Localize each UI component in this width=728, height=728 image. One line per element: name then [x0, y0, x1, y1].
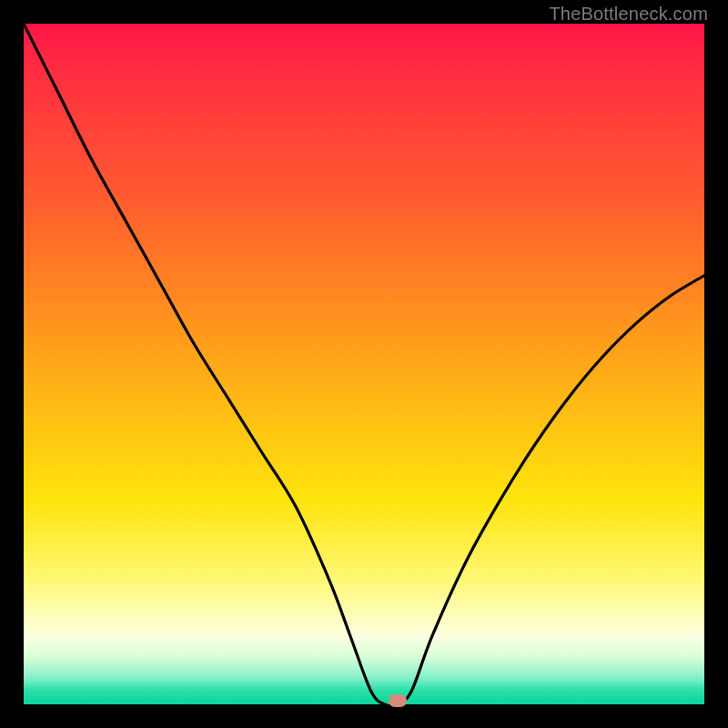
- curve-svg: [24, 24, 704, 704]
- bottleneck-curve: [24, 24, 704, 704]
- plot-area: [24, 24, 704, 704]
- chart-stage: TheBottleneck.com: [0, 0, 728, 728]
- optimal-marker: [389, 694, 407, 707]
- watermark-text: TheBottleneck.com: [549, 4, 708, 25]
